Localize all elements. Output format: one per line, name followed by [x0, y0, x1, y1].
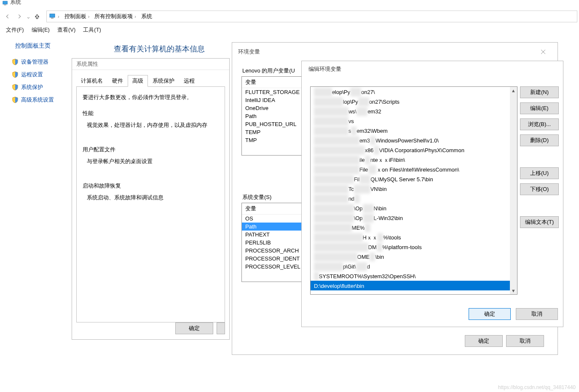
path-entry[interactable]: C:\ｘｘｘｘｘndｘ — [311, 193, 517, 203]
shield-icon — [12, 71, 19, 78]
path-entry[interactable]: C:\ｘｘｘｘｘｘｘem3ｘWindowsPowerShell\v1.0\ — [311, 135, 517, 145]
path-entry[interactable]: C:\ｘｘｘｘｘｘｘileｘnteｘｘiFi\bin\ — [311, 155, 517, 164]
edit-env-variable-dialog: 编辑环境变量 D:\ｘｘelop\Pyｘｘon27\D:\ｘｘｘｘlop\Pyｘ… — [301, 61, 563, 327]
breadcrumb-1[interactable]: 所有控制面板项 — [94, 13, 133, 20]
tab-2[interactable]: 高级 — [128, 75, 148, 87]
menu-tools[interactable]: 工具(T) — [83, 26, 101, 34]
cancel-button[interactable]: 取消 — [516, 308, 558, 320]
path-entry[interactable]: %ｘｘｘｘｘｘｘｘｘDMｘ%\platform-tools — [311, 242, 517, 252]
path-entry[interactable]: %ｘｘｘｘｘｘME%ｘ — [311, 223, 517, 232]
scrollbar[interactable]: ▴ ▾ — [510, 87, 517, 294]
shield-icon — [12, 97, 19, 103]
control-panel-sidebar: 控制面板主页 设备管理器远程设置系统保护高级系统设置 — [0, 38, 72, 106]
sidebar-link-label: 高级系统设置 — [21, 96, 54, 104]
path-entry[interactable]: D:\ｘｘｘｘlop\Pyｘｘon27\Scripts — [311, 97, 517, 106]
recent-dropdown[interactable]: ⌄ — [25, 13, 31, 20]
tab-1[interactable]: 硬件 — [107, 75, 128, 87]
forward-button[interactable] — [13, 11, 25, 22]
menu-edit[interactable]: 编辑(E) — [32, 26, 50, 34]
path-entry[interactable]: C:\ｘｘｘｘｘｘFilｘｘQL\MySQL Server 5.7\bin — [311, 174, 517, 184]
ok-button[interactable]: 确定 — [175, 322, 213, 334]
sidebar-link-1[interactable]: 远程设置 — [12, 68, 70, 81]
window-titlebar: 系统 — [0, 0, 579, 6]
moveup-button[interactable]: 上移(U) — [520, 167, 559, 179]
path-entry[interactable]: %ｘｘｘｘｘｘｘｘHｘｘｘ%\tools — [311, 232, 517, 242]
cancel-button[interactable]: 取消 — [506, 335, 544, 347]
tab-strip: 计算机名硬件高级系统保护远程 — [76, 75, 225, 87]
system-properties-dialog: 系统属性 计算机名硬件高级系统保护远程 要进行大多数更改，你必须作为管理员登录。… — [72, 58, 230, 340]
path-entry[interactable]: C:\ｘｘｘｘｘｘｘｘx86ｘVIDIA Corporation\PhysX\C… — [311, 145, 517, 155]
sidebar-link-0[interactable]: 设备管理器 — [12, 56, 70, 68]
path-entry-selected[interactable]: D:\develop\flutter\bin — [311, 281, 517, 290]
sidebar-header[interactable]: 控制面板主页 — [15, 42, 70, 50]
menu-file[interactable]: 文件(F) — [6, 26, 24, 34]
path-entry[interactable]: C:\ｘｘｘｘｘTcｘｘｘVN\bin — [311, 184, 517, 193]
section-label: 启动和故障恢复 — [83, 182, 219, 190]
path-entry[interactable]: C:\ｘｘｘｘｘｘｘFileｘcｘon Files\Intel\Wireless… — [311, 164, 517, 174]
path-entry[interactable]: D:\ｘｘｘｘｘｘ\OpｘｘN\bin — [311, 203, 517, 213]
sidebar-link-2[interactable]: 系统保护 — [12, 81, 70, 94]
address-bar[interactable]: › 控制面板› 所有控制面板项› 系统 — [46, 11, 577, 22]
ok-button[interactable]: 确定 — [465, 335, 503, 347]
back-button[interactable] — [2, 11, 13, 22]
svg-rect-1 — [4, 5, 6, 5]
menu-view[interactable]: 查看(V) — [57, 26, 75, 34]
path-entry[interactable]: D:\ｘｘｘｘｘｘ\OpｘｘL-Win32\bin — [311, 213, 517, 223]
shield-icon — [12, 59, 19, 65]
section-desc: 视觉效果，处理器计划，内存使用，以及虚拟内存 — [83, 120, 219, 146]
edit-button[interactable]: 编辑(E) — [520, 102, 559, 114]
sidebar-link-label: 远程设置 — [21, 71, 43, 78]
tab-3[interactable]: 系统保护 — [148, 75, 179, 87]
menu-bar: 文件(F) 编辑(E) 查看(V) 工具(T) — [0, 24, 579, 36]
browse-button[interactable]: 浏览(B)... — [520, 118, 559, 130]
scroll-up-icon[interactable]: ▴ — [510, 87, 517, 94]
sidebar-link-3[interactable]: 高级系统设置 — [12, 94, 70, 106]
svg-rect-0 — [3, 1, 8, 4]
window-title-text: 系统 — [10, 0, 21, 6]
close-icon[interactable] — [535, 47, 552, 57]
admin-note: 要进行大多数更改，你必须作为管理员登录。 — [83, 94, 219, 101]
svg-rect-3 — [51, 18, 54, 19]
scroll-down-icon[interactable]: ▾ — [510, 287, 517, 294]
sidebar-link-label: 系统保护 — [21, 83, 43, 91]
section-label: 用户配置文件 — [83, 146, 219, 153]
page-title: 查看有关计算机的基本信息 — [114, 44, 205, 54]
svg-rect-2 — [50, 14, 55, 17]
tab-panel: 要进行大多数更改，你必须作为管理员登录。 性能视觉效果，处理器计划，内存使用，以… — [76, 86, 225, 322]
ok-button[interactable]: 确定 — [469, 308, 511, 320]
watermark: https://blog.csdn.net/qq_34817440 — [498, 384, 576, 390]
sidebar-link-label: 设备管理器 — [21, 58, 48, 66]
path-entry[interactable]: %ｘｘｘｘｘｘｘOMEｘ\bin — [311, 252, 517, 261]
section-desc: 系统启动、系统故障和调试信息 — [83, 192, 219, 218]
explorer-navrow: ⌄ › 控制面板› 所有控制面板项› 系统 — [0, 8, 579, 25]
breadcrumb-2[interactable]: 系统 — [141, 13, 152, 20]
path-entry[interactable]: D:\ｘｘｘｘp\Git\ｘｘd — [311, 261, 517, 271]
tab-4[interactable]: 远程 — [179, 75, 199, 87]
monitor-icon — [3, 1, 8, 6]
movedown-button[interactable]: 下移(O) — [520, 183, 559, 195]
path-entry[interactable]: C:\ｘｘｘｘｘws\ｘｘem32 — [311, 106, 517, 116]
path-entries-list[interactable]: D:\ｘｘelop\Pyｘｘon27\D:\ｘｘｘｘlop\Pyｘｘon27\S… — [310, 86, 517, 295]
path-entry[interactable]: C:\ｘｘｘｘｘvs — [311, 116, 517, 126]
dialog-title: 系统属性 — [72, 59, 229, 70]
tab-0[interactable]: 计算机名 — [76, 75, 107, 87]
new-button[interactable]: 新建(N) — [520, 86, 559, 98]
up-button[interactable] — [31, 11, 43, 22]
section-desc: 与登录帐户相关的桌面设置 — [83, 156, 219, 182]
dialog-title: 编辑环境变量 — [302, 61, 563, 81]
delete-button[interactable]: 删除(D) — [520, 134, 559, 146]
section-label: 性能 — [83, 110, 219, 117]
dialog-title: 环境变量 — [238, 48, 260, 56]
breadcrumb-0[interactable]: 控制面板 — [64, 13, 86, 20]
edittext-button[interactable]: 编辑文本(T) — [520, 216, 559, 228]
path-entry[interactable]: D:\ｘｘelop\Pyｘｘon27\ — [311, 87, 517, 97]
path-entry[interactable]: C:\ｘｘｘｘｘsｘem32\Wbem — [311, 126, 517, 135]
path-entry[interactable]: %SYSTEMROOT%\System32\OpenSSH\ — [311, 271, 517, 281]
monitor-icon — [49, 13, 56, 19]
next-button-partial[interactable] — [217, 322, 225, 334]
shield-icon — [12, 84, 19, 91]
